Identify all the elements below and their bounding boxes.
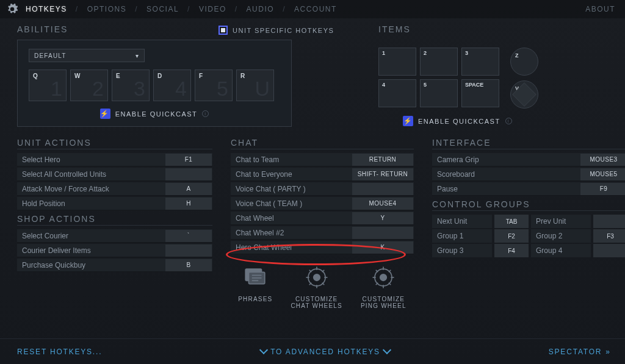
bind-group-2[interactable]: Group 2 [531,229,591,243]
chat-title: CHAT [231,138,414,149]
advanced-hotkeys-button[interactable]: TO ADVANCED HOTKEYS [102,347,548,356]
svg-line-11 [309,270,311,273]
ability-slot-5[interactable]: F5 [195,70,233,101]
bind-voice-team[interactable]: Voice Chat ( TEAM )MOUSE4 [231,197,414,210]
bind-pause[interactable]: PauseF9 [432,182,625,196]
bind-group-3[interactable]: Group 3 [432,244,492,257]
bind-chat-wheel[interactable]: Chat WheelY [231,212,414,225]
ability-slot-4[interactable]: D4 [153,70,191,101]
bind-select-all[interactable]: Select All Controlled Units [17,168,212,181]
customize-ping-wheel-button[interactable]: CUSTOMIZE PING WHEEL [361,264,406,309]
tab-audio[interactable]: AUDIO [245,5,276,13]
bind-group-1[interactable]: Group 1 [432,229,492,243]
bind-scoreboard[interactable]: ScoreboardMOUSE5 [432,168,625,181]
ability-preset-dropdown[interactable]: DEFAULT ▾ [29,49,145,62]
unit-actions-title: UNIT ACTIONS [17,138,212,149]
phrases-button[interactable]: PHRASES [238,264,272,309]
neutral-item-slot[interactable]: Z [510,48,538,76]
bottom-bar: RESET HOTKEYS... TO ADVANCED HOTKEYS SPE… [0,338,625,364]
svg-line-22 [389,283,391,285]
top-navigation: HOTKEYS / OPTIONS / SOCIAL / VIDEO / AUD… [0,0,625,18]
bind-select-courier[interactable]: Select Courier` [17,229,212,243]
item-slot-3[interactable]: 3 [461,48,499,76]
bind-prev-unit[interactable]: Prev Unit [531,215,591,228]
info-icon[interactable]: i [202,110,209,117]
tab-social[interactable]: SOCIAL [145,5,180,13]
control-groups-title: CONTROL GROUPS [432,199,625,211]
bind-hold-position[interactable]: Hold PositionH [17,197,212,210]
ability-slot-1[interactable]: Q1 [29,70,67,101]
bind-select-hero[interactable]: Select HeroF1 [17,153,212,166]
quickcast-icon: ⚡ [100,109,110,119]
bind-attack-move[interactable]: Attack Move / Force AttackA [17,182,212,196]
item-slot-6[interactable]: SPACE [461,79,499,107]
bind-camera-grip[interactable]: Camera GripMOUSE3 [432,153,625,166]
items-title: ITEMS [378,24,625,35]
bind-chat-team[interactable]: Chat to TeamRETURN [231,153,414,166]
bind-chat-everyone[interactable]: Chat to EveryoneSHIFT- RETURN [231,168,414,181]
quickcast-icon: ⚡ [403,116,413,126]
svg-line-23 [389,270,391,273]
item-slot-2[interactable]: 2 [420,48,458,76]
svg-point-16 [380,274,387,281]
bind-voice-party[interactable]: Voice Chat ( PARTY ) [231,182,414,196]
ability-slot-6[interactable]: RU [236,70,274,101]
gear-icon [6,3,18,15]
tp-slot[interactable]: V [510,80,538,109]
info-icon[interactable]: i [505,118,512,124]
bind-group-4[interactable]: Group 4 [531,244,591,257]
item-slot-1[interactable]: 1 [378,48,416,76]
svg-line-14 [309,283,311,285]
unit-specific-checkbox[interactable] [219,26,228,35]
enable-quickcast-abilities[interactable]: ENABLE QUICKCAST [115,110,198,118]
item-slot-4[interactable]: 4 [378,79,416,107]
bind-next-unit[interactable]: Next Unit [432,215,492,228]
svg-point-6 [313,274,320,281]
about-link[interactable]: ABOUT [584,5,616,13]
shop-actions-title: SHOP ACTIONS [17,214,212,226]
customize-chat-wheels-button[interactable]: CUSTOMIZE CHAT WHEELS [291,264,342,309]
chevron-down-icon: ▾ [135,52,139,59]
svg-line-21 [376,270,378,273]
reset-hotkeys-button[interactable]: RESET HOTKEYS... [17,348,102,356]
tab-video[interactable]: VIDEO [198,5,228,13]
ability-slot-2[interactable]: W2 [70,70,108,101]
tab-account[interactable]: ACCOUNT [293,5,338,13]
tab-options[interactable]: OPTIONS [86,5,128,13]
bind-courier-deliver[interactable]: Courier Deliver Items [17,244,212,257]
interface-title: INTERFACE [432,138,625,149]
bind-hero-chat-wheel[interactable]: Hero Chat WheelK [231,241,414,254]
spectator-button[interactable]: SPECTATOR» [549,348,608,356]
bind-quickbuy[interactable]: Purchase QuickbuyB [17,259,212,272]
enable-quickcast-items[interactable]: ENABLE QUICKCAST [418,118,500,125]
ability-slot-3[interactable]: E3 [112,70,150,101]
svg-line-12 [322,283,324,285]
svg-line-13 [322,270,324,273]
bind-chat-wheel-2[interactable]: Chat Wheel #2 [231,226,414,240]
tab-hotkeys[interactable]: HOTKEYS [24,5,68,13]
item-slot-5[interactable]: 5 [420,79,458,107]
svg-line-24 [376,283,378,285]
unit-specific-label: UNIT SPECIFIC HOTKEYS [233,27,334,34]
